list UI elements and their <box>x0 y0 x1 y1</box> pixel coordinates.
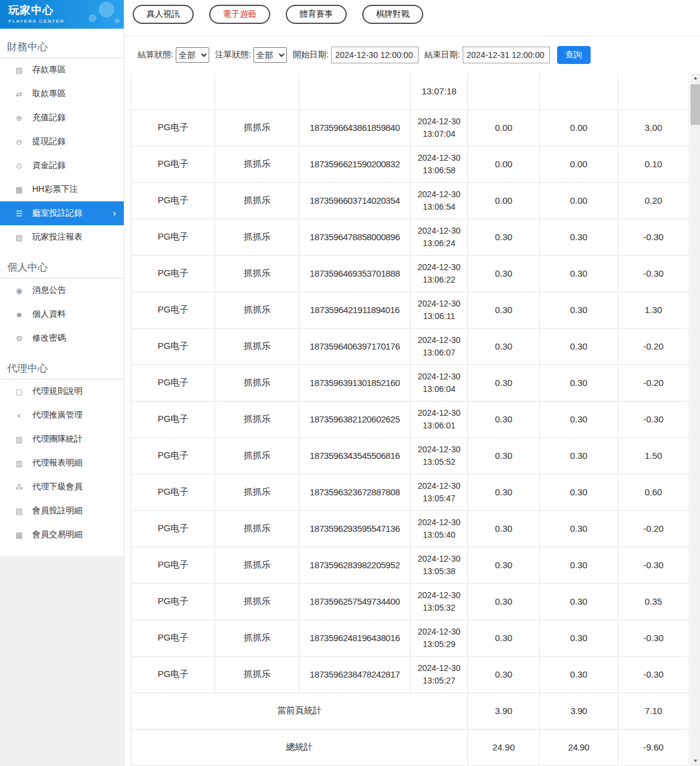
valid-bet-cell <box>540 73 618 109</box>
table-row: PG电子抓抓乐18735962575497344002024-12-3013:0… <box>132 583 689 620</box>
table-row: PG电子抓抓乐18735964219118940162024-12-3013:0… <box>132 292 689 328</box>
valid-bet-cell: 0.30 <box>540 656 618 693</box>
start-date-label: 開始日期: <box>293 50 329 60</box>
sidebar-item[interactable]: ▤存款專區 <box>0 58 124 82</box>
sidebar-section-title: 個人中心 <box>0 255 124 278</box>
scroll-thumb[interactable] <box>690 84 700 125</box>
time-cell: 2024-12-3013:05:47 <box>411 474 468 510</box>
settle-status-select[interactable]: 全部 <box>176 47 209 63</box>
sidebar-item[interactable]: <代理推廣管理 <box>0 403 124 427</box>
winloss-cell: -0.30 <box>618 547 689 583</box>
sidebar-item[interactable]: ▥代理團隊統計 <box>0 427 124 451</box>
sidebar-item[interactable]: ⇄取款專區 <box>0 82 124 106</box>
time-cell: 2024-12-3013:05:40 <box>411 510 468 547</box>
sidebar-item[interactable]: ▥代理報表明細 <box>0 451 124 475</box>
sidebar-item[interactable]: ⚙修改密碼 <box>0 326 124 350</box>
sidebar-item-label: 代理報表明細 <box>32 458 82 468</box>
summary-label: 總統計 <box>132 729 468 765</box>
bet-amount-cell: 0.30 <box>468 292 540 328</box>
table-row: PG电子抓抓乐18735962481964380162024-12-3013:0… <box>132 620 689 656</box>
sidebar-item[interactable]: ◉消息公告 <box>0 278 124 302</box>
bet-date: 2024-12-30 <box>414 152 464 164</box>
sidebar-item-label: 存款專區 <box>32 65 66 75</box>
filter-bar: 結算狀態: 全部 注單狀態: 全部 開始日期: 結束日期: 查詢 <box>124 36 700 73</box>
provider-cell: PG电子 <box>132 146 215 182</box>
sidebar-item[interactable]: ▦會員交易明細 <box>0 523 124 547</box>
page-summary-row: 當前頁統計3.903.907.10 <box>132 693 689 729</box>
bet-time: 13:05:32 <box>414 602 464 614</box>
sidebar-item[interactable]: ⊙資金記錄 <box>0 154 124 177</box>
bet-time: 13:05:40 <box>414 529 464 541</box>
order-cell: 1873596257549734400 <box>299 583 411 620</box>
scroll-down-arrow-icon[interactable]: ▼ <box>690 756 700 766</box>
winloss-cell: -0.20 <box>618 364 689 401</box>
sidebar-item[interactable]: ▧玩家投注報表 <box>0 225 124 249</box>
sidebar-item[interactable]: ⊕充值記錄 <box>0 106 124 130</box>
report-detail-icon: ▥ <box>14 459 25 468</box>
scroll-up-arrow-icon[interactable]: ▲ <box>690 73 700 83</box>
provider-cell: PG电子 <box>132 583 215 620</box>
winloss-cell: 0.60 <box>618 474 689 510</box>
sidebar-item[interactable]: ☻個人資料 <box>0 302 124 326</box>
winloss-cell: -0.30 <box>618 219 689 255</box>
order-cell: 1873596478858000896 <box>299 219 411 255</box>
bet-time: 13:06:11 <box>414 310 464 323</box>
room-bet-records-icon: ☰ <box>14 209 25 218</box>
provider-cell: PG电子 <box>132 437 215 474</box>
sidebar-item-label: 資金記錄 <box>32 160 66 171</box>
time-cell: 2024-12-3013:06:07 <box>411 328 468 364</box>
order-status-select[interactable]: 全部 <box>253 47 287 63</box>
member-bets-icon: ▤ <box>14 507 25 516</box>
sidebar-item[interactable]: ▦HH彩票下注 <box>0 177 124 201</box>
recharge-record-icon: ⊕ <box>14 114 25 122</box>
table-row: PG电子抓抓乐18735962839822059522024-12-3013:0… <box>132 547 689 583</box>
sidebar-item[interactable]: ☰廳室投註記錄› <box>0 201 124 225</box>
end-date-input[interactable] <box>463 47 550 63</box>
brand-header: 玩家中心 PLAYERS CENTER <box>0 0 124 29</box>
sidebar-item[interactable]: ⁂代理下級會員 <box>0 475 124 499</box>
game-cell: 抓抓乐 <box>215 547 299 583</box>
winloss-cell: 0.35 <box>618 583 689 620</box>
main-content: 真人視訊電子遊藝體育賽事棋牌對戰 結算狀態: 全部 注單狀態: 全部 開始日期:… <box>124 0 700 766</box>
bet-time: 13:05:29 <box>414 638 464 651</box>
bet-date: 2024-12-30 <box>414 443 464 456</box>
sidebar-item[interactable]: ▤會員投註明細 <box>0 499 124 523</box>
valid-bet-cell: 0.30 <box>540 547 618 583</box>
sidebar-item[interactable]: ⊖提現記錄 <box>0 130 124 154</box>
time-cell: 2024-12-3013:05:27 <box>411 656 468 693</box>
bet-time: 13:06:07 <box>414 347 464 359</box>
category-tab[interactable]: 真人視訊 <box>133 5 194 24</box>
category-tab[interactable]: 棋牌對戰 <box>362 5 423 24</box>
lottery-bet-icon: ▦ <box>14 185 25 194</box>
category-tab[interactable]: 體育賽事 <box>286 5 347 24</box>
time-cell: 2024-12-3013:06:58 <box>411 146 468 182</box>
table-row: PG电子抓抓乐18735966037140203542024-12-3013:0… <box>132 182 689 219</box>
valid-bet-cell: 0.30 <box>540 620 618 656</box>
table-row: PG电子抓抓乐18735963821206026252024-12-3013:0… <box>132 401 689 437</box>
bet-date: 2024-12-30 <box>414 553 464 565</box>
bet-time: 13:06:24 <box>414 237 464 250</box>
provider-cell: PG电子 <box>132 219 215 255</box>
start-date-input[interactable] <box>331 47 418 63</box>
category-tab[interactable]: 電子遊藝 <box>209 5 270 24</box>
order-cell: 1873596421911894016 <box>299 292 411 328</box>
bet-amount-cell: 0.30 <box>468 255 540 292</box>
scrollbar[interactable]: ▲ ▼ <box>690 73 700 766</box>
bet-records-table-wrap: 13:07:18PG电子抓抓乐18735966438618598402024-1… <box>131 73 689 766</box>
bet-amount-cell: 3.90 <box>468 693 540 729</box>
withdraw-icon: ⇄ <box>14 90 25 99</box>
sidebar-item[interactable]: ▢代理規則說明 <box>0 379 124 403</box>
sidebar: 玩家中心 PLAYERS CENTER 財務中心▤存款專區⇄取款專區⊕充值記錄⊖… <box>0 0 124 766</box>
table-row: PG电子抓抓乐18735966215902008322024-12-3013:0… <box>132 146 689 182</box>
bet-date: 2024-12-30 <box>414 662 464 675</box>
table-row-partial: 13:07:18 <box>132 73 689 109</box>
order-cell: 1873596238478242817 <box>299 656 411 693</box>
sidebar-item-label: 修改密碼 <box>32 333 66 344</box>
decor-circle <box>88 14 96 22</box>
bet-amount-cell <box>468 73 540 109</box>
bet-date: 2024-12-30 <box>414 225 464 237</box>
query-button[interactable]: 查詢 <box>557 46 591 64</box>
valid-bet-cell: 0.30 <box>540 437 618 474</box>
valid-bet-cell: 0.30 <box>540 401 618 437</box>
provider-cell: PG电子 <box>132 474 215 510</box>
